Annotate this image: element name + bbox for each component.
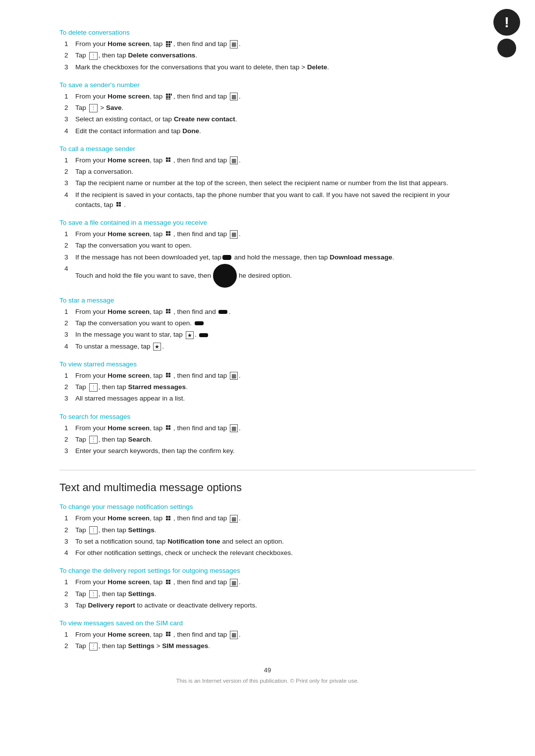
svg-rect-30 <box>166 373 168 375</box>
list-item: 3 Tap the recipient name or number at th… <box>64 178 476 188</box>
step-num: 2 <box>64 525 75 535</box>
section-call-sender: To call a message sender 1 From your Hom… <box>59 145 476 210</box>
list-item: 1 From your Home screen, tap , then find… <box>64 229 476 239</box>
redact-blob-sm <box>218 310 227 314</box>
step-text: Edit the contact information and tap Don… <box>75 126 476 136</box>
step-num: 2 <box>64 382 75 392</box>
top-right-decoration: ! <box>493 9 520 57</box>
step-num: 3 <box>64 178 75 188</box>
list-item: 2 Tap ⋮, then tap Settings. <box>64 589 476 599</box>
step-text: Mark the checkboxes for the conversation… <box>75 62 476 72</box>
list-item: 2 Tap ⋮, then tap Settings > SIM message… <box>64 641 476 651</box>
step-num: 3 <box>64 62 75 72</box>
svg-rect-27 <box>168 309 170 311</box>
section-heading-notification: To change your message notification sett… <box>59 503 476 510</box>
grid-icon <box>165 157 172 164</box>
step-text: Tap ⋮, then tap Settings. <box>75 589 476 599</box>
step-text: Select an existing contact, or tap Creat… <box>75 114 476 124</box>
svg-rect-12 <box>166 99 168 100</box>
svg-rect-11 <box>171 94 172 96</box>
step-text: Tap ⋮, then tap Delete conversations. <box>75 50 476 60</box>
step-num: 3 <box>64 446 75 456</box>
section-search-messages: To search for messages 1 From your Home … <box>59 413 476 456</box>
list-item: 2 Tap the conversation you want to open. <box>64 241 476 251</box>
step-num: 1 <box>64 577 75 587</box>
step-text: For other notification settings, check o… <box>75 548 476 558</box>
message-icon: ▦ <box>230 93 238 101</box>
step-text: To unstar a message, tap ★. <box>75 342 476 352</box>
step-num: 1 <box>64 371 75 381</box>
redact-blob-large <box>213 264 237 288</box>
list-item: 4 For other notification settings, check… <box>64 548 476 558</box>
step-text: Tap the recipient name or number at the … <box>75 178 476 188</box>
step-num: 2 <box>64 589 75 599</box>
grid-icon <box>165 425 172 432</box>
more-icon: ⋮ <box>89 52 98 60</box>
svg-rect-45 <box>168 582 170 584</box>
svg-rect-35 <box>168 425 170 427</box>
step-num: 1 <box>64 513 75 523</box>
step-text: From your Home screen, tap , then find a… <box>75 155 476 165</box>
message-icon: ▦ <box>230 40 238 48</box>
step-num: 2 <box>64 241 75 251</box>
list-item: 4 Touch and hold the file you want to sa… <box>64 264 476 288</box>
list-item: 2 Tap ⋮, then tap Search. <box>64 435 476 445</box>
svg-rect-38 <box>166 516 168 518</box>
svg-rect-5 <box>166 46 168 47</box>
steps-list: 1 From your Home screen, tap , then find… <box>64 423 476 456</box>
section-sim-messages: To view messages saved on the SIM card 1… <box>59 619 476 652</box>
section-heading-star: To star a message <box>59 297 476 304</box>
step-num: 4 <box>64 264 75 274</box>
step-num: 1 <box>64 39 75 49</box>
steps-list: 1 From your Home screen, tap , then find… <box>64 307 476 352</box>
grid-icon <box>116 202 123 208</box>
star-icon: ★ <box>186 331 194 339</box>
step-text: All starred messages appear in a list. <box>75 394 476 403</box>
step-text: From your Home screen, tap , then find a… <box>75 577 476 587</box>
step-num: 3 <box>64 537 75 547</box>
step-text: Tap ⋮, then tap Search. <box>75 435 476 445</box>
svg-rect-42 <box>166 580 168 582</box>
section-heading-call: To call a message sender <box>59 145 476 152</box>
svg-rect-20 <box>116 204 118 206</box>
message-icon: ▦ <box>230 515 238 523</box>
step-text: Tap ⋮, then tap Settings. <box>75 525 476 535</box>
list-item: 4 To unstar a message, tap ★. <box>64 342 476 352</box>
list-item: 4 If the recipient is saved in your cont… <box>64 190 476 210</box>
section-heading-delete: To delete conversations <box>59 29 476 36</box>
more-icon: ⋮ <box>89 526 98 534</box>
message-icon: ▦ <box>230 424 238 432</box>
step-text: Tap ⋮ > Save. <box>75 103 476 113</box>
step-num: 2 <box>64 435 75 445</box>
footer-text: This is an Internet version of this publ… <box>59 678 476 684</box>
steps-list: 1 From your Home screen, tap , then find… <box>64 39 476 72</box>
step-num: 1 <box>64 630 75 640</box>
step-num: 1 <box>64 92 75 101</box>
steps-list: 1 From your Home screen, tap , then find… <box>64 513 476 558</box>
step-num: 2 <box>64 641 75 651</box>
section-notification-settings: To change your message notification sett… <box>59 503 476 558</box>
message-icon: ▦ <box>230 579 238 587</box>
more-icon: ⋮ <box>89 383 98 391</box>
step-num: 3 <box>64 114 75 124</box>
list-item: 1 From your Home screen, tap , then find… <box>64 307 476 317</box>
svg-rect-22 <box>166 231 168 233</box>
unstar-icon: ★ <box>153 343 161 351</box>
step-num: 1 <box>64 307 75 317</box>
svg-rect-48 <box>166 634 168 636</box>
step-text: Enter your search keywords, then tap the… <box>75 446 476 456</box>
step-num: 3 <box>64 601 75 610</box>
step-num: 1 <box>64 423 75 433</box>
message-icon: ▦ <box>230 372 238 380</box>
svg-rect-33 <box>168 375 170 377</box>
svg-rect-39 <box>168 516 170 518</box>
steps-list: 1 From your Home screen, tap , then find… <box>64 371 476 404</box>
step-text: To set a notification sound, tap Notific… <box>75 537 476 547</box>
step-text: If the recipient is saved in your contac… <box>75 190 476 210</box>
more-icon: ⋮ <box>89 436 98 444</box>
list-item: 1 From your Home screen, tap , then find… <box>64 577 476 587</box>
list-item: 1 From your Home screen, tap , then find… <box>64 630 476 640</box>
svg-rect-16 <box>166 160 168 162</box>
svg-rect-47 <box>168 632 170 634</box>
list-item: 2 Tap a conversation. <box>64 167 476 177</box>
